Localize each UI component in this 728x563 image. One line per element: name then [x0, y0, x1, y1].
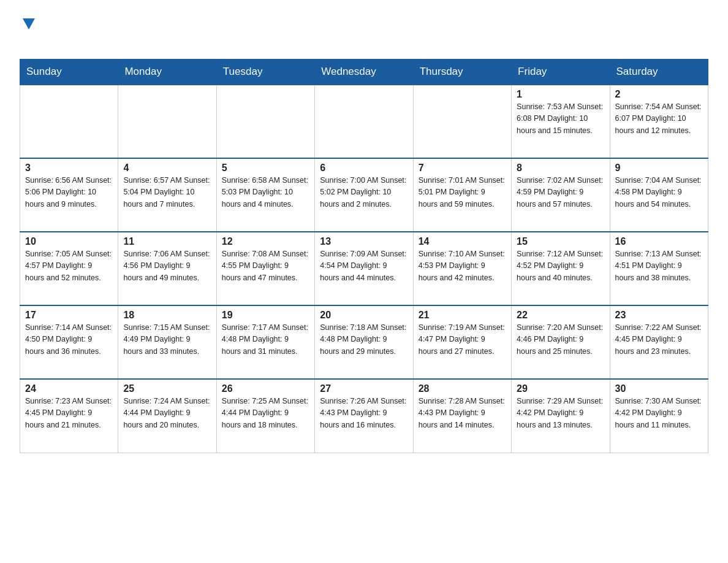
- calendar-table: SundayMondayTuesdayWednesdayThursdayFrid…: [20, 59, 708, 453]
- weekday-header-wednesday: Wednesday: [315, 59, 413, 85]
- day-info: Sunrise: 7:04 AM Sunset: 4:58 PM Dayligh…: [615, 175, 703, 210]
- calendar-cell: 16Sunrise: 7:13 AM Sunset: 4:51 PM Dayli…: [610, 232, 708, 305]
- logo-triangle-icon: [23, 18, 35, 32]
- day-number: 13: [320, 236, 408, 247]
- day-info: Sunrise: 7:12 AM Sunset: 4:52 PM Dayligh…: [517, 248, 604, 284]
- day-number: 14: [419, 236, 506, 247]
- calendar-cell: 9Sunrise: 7:04 AM Sunset: 4:58 PM Daylig…: [610, 158, 708, 232]
- day-info: Sunrise: 7:08 AM Sunset: 4:55 PM Dayligh…: [222, 248, 309, 284]
- logo-blue-text: [20, 32, 21, 51]
- calendar-cell: 11Sunrise: 7:06 AM Sunset: 4:56 PM Dayli…: [118, 232, 216, 305]
- day-number: 29: [517, 383, 604, 394]
- week-row-2: 3Sunrise: 6:56 AM Sunset: 5:06 PM Daylig…: [20, 158, 708, 232]
- weekday-header-saturday: Saturday: [610, 59, 708, 85]
- day-number: 7: [419, 163, 506, 174]
- calendar-cell: 21Sunrise: 7:19 AM Sunset: 4:47 PM Dayli…: [413, 305, 511, 379]
- calendar-cell: 13Sunrise: 7:09 AM Sunset: 4:54 PM Dayli…: [315, 232, 413, 305]
- day-info: Sunrise: 7:53 AM Sunset: 6:08 PM Dayligh…: [517, 101, 604, 137]
- calendar-cell: 8Sunrise: 7:02 AM Sunset: 4:59 PM Daylig…: [512, 158, 610, 232]
- calendar-cell: 2Sunrise: 7:54 AM Sunset: 6:07 PM Daylig…: [610, 85, 708, 158]
- calendar-cell: 1Sunrise: 7:53 AM Sunset: 6:08 PM Daylig…: [512, 85, 610, 158]
- day-number: 27: [320, 383, 408, 394]
- day-info: Sunrise: 7:14 AM Sunset: 4:50 PM Dayligh…: [25, 322, 113, 358]
- weekday-header-tuesday: Tuesday: [216, 59, 314, 85]
- calendar-cell: 15Sunrise: 7:12 AM Sunset: 4:52 PM Dayli…: [512, 232, 610, 305]
- day-info: Sunrise: 7:22 AM Sunset: 4:45 PM Dayligh…: [615, 322, 703, 358]
- calendar-cell: [216, 85, 314, 158]
- calendar-cell: 4Sunrise: 6:57 AM Sunset: 5:04 PM Daylig…: [118, 158, 216, 232]
- day-number: 4: [123, 163, 211, 174]
- calendar-cell: 29Sunrise: 7:29 AM Sunset: 4:42 PM Dayli…: [512, 379, 610, 453]
- day-number: 15: [517, 236, 604, 247]
- calendar-cell: 10Sunrise: 7:05 AM Sunset: 4:57 PM Dayli…: [20, 232, 118, 305]
- day-info: Sunrise: 7:28 AM Sunset: 4:43 PM Dayligh…: [419, 396, 506, 431]
- calendar-cell: 18Sunrise: 7:15 AM Sunset: 4:49 PM Dayli…: [118, 305, 216, 379]
- calendar-cell: 24Sunrise: 7:23 AM Sunset: 4:45 PM Dayli…: [20, 379, 118, 453]
- day-info: Sunrise: 6:58 AM Sunset: 5:03 PM Dayligh…: [222, 175, 309, 210]
- day-info: Sunrise: 7:15 AM Sunset: 4:49 PM Dayligh…: [123, 322, 211, 358]
- day-number: 9: [615, 163, 703, 174]
- day-number: 22: [517, 310, 604, 321]
- calendar-cell: 6Sunrise: 7:00 AM Sunset: 5:02 PM Daylig…: [315, 158, 413, 232]
- day-info: Sunrise: 7:18 AM Sunset: 4:48 PM Dayligh…: [320, 322, 408, 358]
- weekday-header-row: SundayMondayTuesdayWednesdayThursdayFrid…: [20, 59, 708, 85]
- day-info: Sunrise: 7:19 AM Sunset: 4:47 PM Dayligh…: [419, 322, 506, 358]
- week-row-3: 10Sunrise: 7:05 AM Sunset: 4:57 PM Dayli…: [20, 232, 708, 305]
- day-info: Sunrise: 7:23 AM Sunset: 4:45 PM Dayligh…: [25, 396, 113, 431]
- calendar-cell: 3Sunrise: 6:56 AM Sunset: 5:06 PM Daylig…: [20, 158, 118, 232]
- calendar-cell: 28Sunrise: 7:28 AM Sunset: 4:43 PM Dayli…: [413, 379, 511, 453]
- day-number: 16: [615, 236, 703, 247]
- day-number: 1: [517, 89, 604, 100]
- day-number: 24: [25, 383, 113, 394]
- day-number: 18: [123, 310, 211, 321]
- svg-marker-0: [23, 18, 35, 29]
- day-info: Sunrise: 7:54 AM Sunset: 6:07 PM Dayligh…: [615, 101, 703, 137]
- calendar-cell: 23Sunrise: 7:22 AM Sunset: 4:45 PM Dayli…: [610, 305, 708, 379]
- day-info: Sunrise: 7:00 AM Sunset: 5:02 PM Dayligh…: [320, 175, 408, 210]
- day-number: 2: [615, 89, 703, 100]
- calendar-cell: 12Sunrise: 7:08 AM Sunset: 4:55 PM Dayli…: [216, 232, 314, 305]
- day-number: 6: [320, 163, 408, 174]
- calendar-cell: 5Sunrise: 6:58 AM Sunset: 5:03 PM Daylig…: [216, 158, 314, 232]
- logo: [20, 15, 35, 52]
- week-row-4: 17Sunrise: 7:14 AM Sunset: 4:50 PM Dayli…: [20, 305, 708, 379]
- day-number: 5: [222, 163, 309, 174]
- day-info: Sunrise: 7:17 AM Sunset: 4:48 PM Dayligh…: [222, 322, 309, 358]
- calendar-cell: 19Sunrise: 7:17 AM Sunset: 4:48 PM Dayli…: [216, 305, 314, 379]
- day-info: Sunrise: 7:06 AM Sunset: 4:56 PM Dayligh…: [123, 248, 211, 284]
- calendar-cell: 27Sunrise: 7:26 AM Sunset: 4:43 PM Dayli…: [315, 379, 413, 453]
- day-number: 19: [222, 310, 309, 321]
- weekday-header-friday: Friday: [512, 59, 610, 85]
- calendar-cell: 25Sunrise: 7:24 AM Sunset: 4:44 PM Dayli…: [118, 379, 216, 453]
- day-info: Sunrise: 7:24 AM Sunset: 4:44 PM Dayligh…: [123, 396, 211, 431]
- day-info: Sunrise: 7:26 AM Sunset: 4:43 PM Dayligh…: [320, 396, 408, 431]
- calendar-cell: 22Sunrise: 7:20 AM Sunset: 4:46 PM Dayli…: [512, 305, 610, 379]
- calendar-cell: [118, 85, 216, 158]
- day-info: Sunrise: 7:29 AM Sunset: 4:42 PM Dayligh…: [517, 396, 604, 431]
- week-row-5: 24Sunrise: 7:23 AM Sunset: 4:45 PM Dayli…: [20, 379, 708, 453]
- weekday-header-sunday: Sunday: [20, 59, 118, 85]
- calendar-cell: 7Sunrise: 7:01 AM Sunset: 5:01 PM Daylig…: [413, 158, 511, 232]
- day-number: 8: [517, 163, 604, 174]
- day-number: 25: [123, 383, 211, 394]
- day-info: Sunrise: 7:20 AM Sunset: 4:46 PM Dayligh…: [517, 322, 604, 358]
- day-number: 30: [615, 383, 703, 394]
- day-number: 26: [222, 383, 309, 394]
- weekday-header-monday: Monday: [118, 59, 216, 85]
- calendar-cell: [315, 85, 413, 158]
- day-info: Sunrise: 7:02 AM Sunset: 4:59 PM Dayligh…: [517, 175, 604, 210]
- calendar-cell: 20Sunrise: 7:18 AM Sunset: 4:48 PM Dayli…: [315, 305, 413, 379]
- day-number: 3: [25, 163, 113, 174]
- day-number: 11: [123, 236, 211, 247]
- day-number: 12: [222, 236, 309, 247]
- weekday-header-thursday: Thursday: [413, 59, 511, 85]
- day-number: 23: [615, 310, 703, 321]
- day-info: Sunrise: 7:25 AM Sunset: 4:44 PM Dayligh…: [222, 396, 309, 431]
- day-number: 21: [419, 310, 506, 321]
- week-row-1: 1Sunrise: 7:53 AM Sunset: 6:08 PM Daylig…: [20, 85, 708, 158]
- day-info: Sunrise: 7:05 AM Sunset: 4:57 PM Dayligh…: [25, 248, 113, 284]
- calendar-cell: 17Sunrise: 7:14 AM Sunset: 4:50 PM Dayli…: [20, 305, 118, 379]
- day-info: Sunrise: 6:57 AM Sunset: 5:04 PM Dayligh…: [123, 175, 211, 210]
- day-info: Sunrise: 7:09 AM Sunset: 4:54 PM Dayligh…: [320, 248, 408, 284]
- calendar-cell: [413, 85, 511, 158]
